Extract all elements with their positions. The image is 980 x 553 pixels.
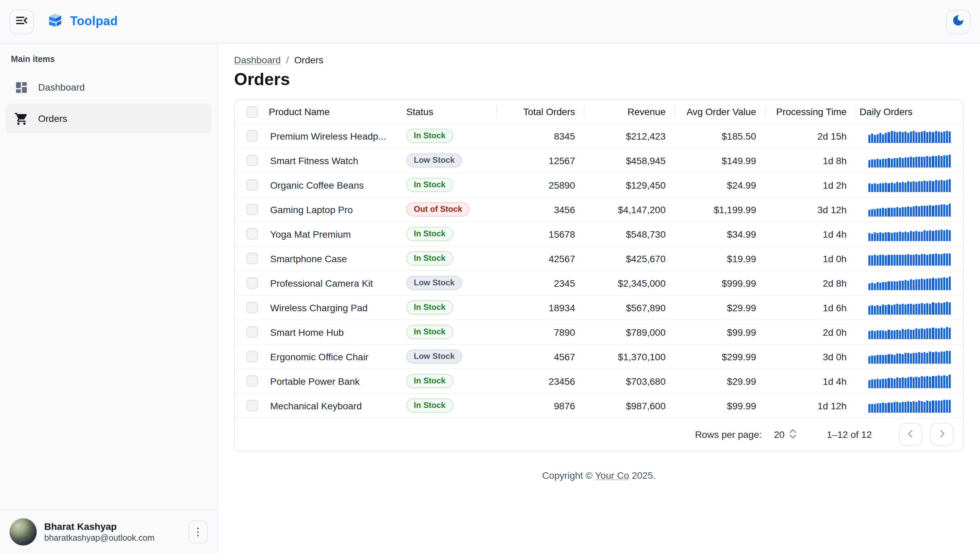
breadcrumb-current: Orders: [294, 54, 324, 65]
user-avatar[interactable]: [10, 518, 37, 545]
daily-orders-sparkline: [869, 251, 951, 266]
status-badge: In Stock: [406, 374, 453, 388]
table-row[interactable]: Premium Wireless Headp... In Stock 8345 …: [235, 123, 963, 148]
product-name-cell: Smart Home Hub: [269, 327, 406, 338]
select-all-checkbox[interactable]: [246, 106, 258, 118]
revenue-cell: $567,890: [585, 302, 675, 313]
total-orders-cell: 4567: [497, 351, 585, 362]
brand[interactable]: Toolpad: [46, 11, 118, 32]
avg-order-value-cell: $1,199.99: [675, 204, 765, 215]
avg-order-value-cell: $99.99: [675, 400, 765, 411]
table-row[interactable]: Smartphone Case In Stock 42567 $425,670 …: [235, 246, 963, 270]
sidebar-item-label: Orders: [38, 113, 67, 124]
processing-time-cell: 3d 12h: [765, 204, 856, 215]
menu-open-icon: [14, 13, 29, 30]
status-badge: In Stock: [406, 227, 453, 241]
top-app-bar: Toolpad: [0, 0, 980, 44]
kebab-menu-icon: ⋮: [193, 526, 203, 538]
column-header-status[interactable]: Status: [406, 100, 497, 123]
row-checkbox[interactable]: [246, 302, 258, 313]
account-section: Bharat Kashyap bharatkashyap@outlook.com…: [0, 509, 217, 553]
rows-per-page-select[interactable]: 20: [774, 427, 797, 441]
table-row[interactable]: Ergonomic Office Chair Low Stock 4567 $1…: [235, 344, 963, 368]
table-header-row: Product Name Status Total Orders Revenue…: [235, 100, 963, 123]
product-name-cell: Gaming Laptop Pro: [269, 204, 406, 215]
collapse-sidebar-button[interactable]: [10, 9, 34, 34]
avg-order-value-cell: $29.99: [675, 376, 765, 386]
column-header-revenue[interactable]: Revenue: [585, 100, 675, 123]
chevron-right-icon: [936, 427, 948, 441]
table-row[interactable]: Mechanical Keyboard In Stock 9876 $987,6…: [235, 393, 963, 418]
row-checkbox[interactable]: [246, 375, 258, 387]
next-page-button[interactable]: [930, 423, 953, 446]
orders-table: Product Name Status Total Orders Revenue…: [234, 99, 964, 451]
table-row[interactable]: Smart Home Hub In Stock 7890 $789,000 $9…: [235, 319, 963, 344]
row-checkbox[interactable]: [246, 204, 258, 215]
daily-orders-sparkline: [869, 227, 951, 241]
page-title: Orders: [234, 70, 964, 89]
theme-toggle-button[interactable]: [946, 9, 970, 34]
total-orders-cell: 25890: [497, 180, 585, 190]
table-row[interactable]: Gaming Laptop Pro Out of Stock 3456 $4,1…: [235, 197, 963, 222]
sidebar-item-dashboard[interactable]: Dashboard: [5, 72, 212, 102]
account-menu-button[interactable]: ⋮: [189, 520, 208, 543]
processing-time-cell: 2d 0h: [765, 327, 856, 338]
row-checkbox[interactable]: [246, 253, 258, 264]
dashboard-icon: [14, 80, 29, 95]
column-header-product-name[interactable]: Product Name: [269, 100, 406, 123]
table-row[interactable]: Smart Fitness Watch Low Stock 12567 $458…: [235, 148, 963, 172]
sidebar-item-label: Dashboard: [38, 82, 85, 92]
processing-time-cell: 1d 2h: [765, 180, 856, 190]
table-row[interactable]: Organic Coffee Beans In Stock 25890 $129…: [235, 172, 963, 197]
user-name: Bharat Kashyap: [44, 520, 181, 532]
row-checkbox[interactable]: [246, 400, 258, 411]
avg-order-value-cell: $99.99: [675, 327, 765, 338]
footer-company-link[interactable]: Your Co: [595, 470, 629, 481]
footer-text-suffix: 2025.: [629, 470, 656, 481]
revenue-cell: $703,680: [585, 376, 675, 386]
table-row[interactable]: Professional Camera Kit Low Stock 2345 $…: [235, 270, 963, 295]
row-checkbox[interactable]: [246, 155, 258, 166]
status-badge: In Stock: [406, 178, 453, 192]
status-badge: In Stock: [406, 129, 453, 143]
avg-order-value-cell: $34.99: [675, 228, 765, 239]
table-body: Premium Wireless Headp... In Stock 8345 …: [235, 123, 963, 418]
sidebar-item-orders[interactable]: Orders: [5, 104, 212, 134]
column-header-avg-order-value[interactable]: Avg Order Value: [675, 100, 765, 123]
column-header-total-orders[interactable]: Total Orders: [497, 100, 585, 123]
row-checkbox[interactable]: [246, 179, 258, 191]
daily-orders-sparkline: [869, 398, 951, 413]
column-header-processing-time[interactable]: Processing Time: [765, 100, 856, 123]
daily-orders-sparkline: [869, 300, 951, 315]
row-checkbox[interactable]: [246, 351, 258, 362]
processing-time-cell: 2d 8h: [765, 277, 856, 288]
daily-orders-sparkline: [869, 325, 951, 339]
total-orders-cell: 9876: [497, 400, 585, 411]
pagination-range: 1–12 of 12: [827, 429, 872, 440]
daily-orders-sparkline: [869, 374, 951, 388]
previous-page-button[interactable]: [899, 423, 922, 446]
table-row[interactable]: Wireless Charging Pad In Stock 18934 $56…: [235, 295, 963, 319]
table-row[interactable]: Yoga Mat Premium In Stock 15678 $548,730…: [235, 222, 963, 246]
status-badge: Low Stock: [406, 349, 462, 364]
processing-time-cell: 3d 0h: [765, 351, 856, 362]
row-checkbox[interactable]: [246, 326, 258, 338]
row-checkbox[interactable]: [246, 228, 258, 240]
footer-copyright: Copyright © Your Co 2025.: [234, 470, 964, 481]
daily-orders-sparkline: [869, 178, 951, 192]
row-checkbox[interactable]: [246, 130, 258, 142]
avg-order-value-cell: $299.99: [675, 351, 765, 362]
revenue-cell: $2,345,000: [585, 277, 675, 288]
row-checkbox[interactable]: [246, 277, 258, 289]
footer-text-prefix: Copyright ©: [542, 470, 595, 481]
table-row[interactable]: Portable Power Bank In Stock 23456 $703,…: [235, 368, 963, 393]
processing-time-cell: 2d 15h: [765, 131, 856, 141]
dark-mode-moon-icon: [951, 13, 965, 30]
table-pagination: Rows per page: 20 1–12 of 12: [235, 418, 963, 451]
column-header-daily-orders[interactable]: Daily Orders: [856, 100, 963, 123]
main-content: Dashboard / Orders Orders Product Name S…: [218, 44, 980, 553]
user-email: bharatkashyap@outlook.com: [44, 532, 181, 543]
processing-time-cell: 1d 12h: [765, 400, 856, 411]
status-badge: In Stock: [406, 398, 453, 413]
breadcrumb-link-dashboard[interactable]: Dashboard: [234, 54, 281, 65]
